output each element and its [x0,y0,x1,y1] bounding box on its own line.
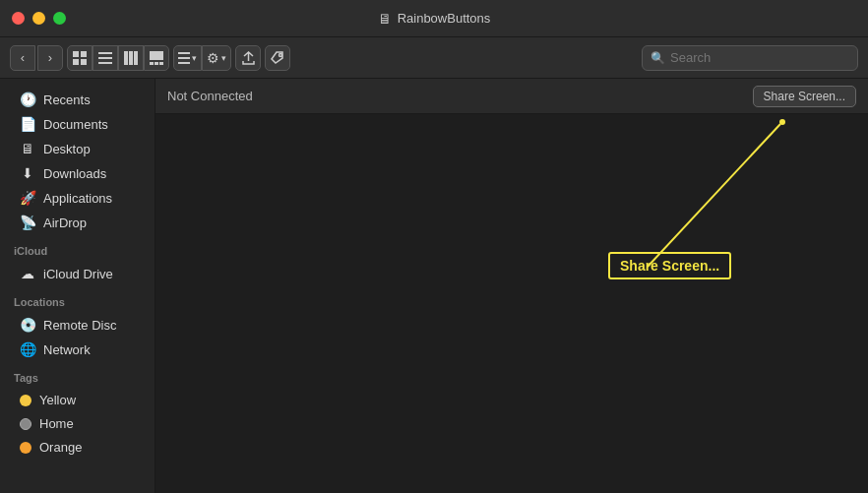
sidebar-item-recents[interactable]: 🕐 Recents [6,88,149,111]
tag-yellow-dot [20,395,31,406]
annotation-overlay [155,114,868,493]
svg-line-18 [648,124,780,267]
locations-section-label: Locations [0,286,155,312]
traffic-lights [12,12,66,25]
content-area: Not Connected Share Screen... Share Scre… [155,79,868,493]
svg-rect-4 [98,52,112,54]
sidebar-item-network[interactable]: 🌐 Network [6,338,149,361]
titlebar: 🖥 RainbowButtons [0,0,868,37]
sidebar-item-icloud-drive[interactable]: ☁ iCloud Drive [6,262,149,285]
content-empty-area: Share Screen... [155,114,868,493]
applications-icon: 🚀 [20,190,35,206]
sidebar: 🕐 Recents 📄 Documents 🖥 Desktop ⬇ Downlo… [0,79,155,493]
action-button[interactable]: ⚙ ▾ [202,45,231,71]
svg-rect-7 [124,51,128,65]
sidebar-item-tag-yellow[interactable]: Yellow [6,389,149,411]
svg-point-19 [779,119,785,125]
arrange-button[interactable]: ▾ [173,45,202,71]
minimize-button[interactable] [32,12,45,25]
tag-button[interactable] [265,45,290,71]
tag-orange-dot [20,442,31,454]
svg-rect-0 [73,51,79,57]
list-view-button[interactable] [93,45,118,71]
sidebar-item-tag-orange[interactable]: Orange [6,436,149,459]
search-input[interactable] [670,50,849,65]
svg-rect-12 [155,62,158,65]
airdrop-icon: 📡 [20,215,35,230]
annotation-box: Share Screen... [608,252,731,279]
recents-icon: 🕐 [20,92,35,107]
sidebar-item-tag-home[interactable]: Home [6,412,149,435]
svg-rect-2 [73,59,79,65]
svg-rect-15 [178,57,190,59]
network-icon: 🌐 [20,341,35,357]
svg-rect-8 [129,51,133,65]
svg-rect-1 [81,51,87,57]
icon-view-button[interactable] [67,45,93,71]
svg-rect-14 [178,52,190,54]
close-button[interactable] [12,12,25,25]
sidebar-item-documents[interactable]: 📄 Documents [6,112,149,136]
content-topbar: Not Connected Share Screen... [155,79,868,114]
connection-status: Not Connected [167,89,253,103]
desktop-icon: 🖥 [20,141,35,156]
sidebar-item-desktop[interactable]: 🖥 Desktop [6,137,149,160]
svg-rect-10 [150,51,163,60]
svg-rect-9 [134,51,138,65]
window-title-icon: 🖥 [378,11,392,27]
tags-section-label: Tags [0,362,155,388]
back-button[interactable]: ‹ [10,45,35,71]
svg-rect-16 [178,62,190,64]
sidebar-item-airdrop[interactable]: 📡 AirDrop [6,211,149,234]
sidebar-item-applications[interactable]: 🚀 Applications [6,186,149,210]
share-button[interactable] [235,45,261,71]
icloud-drive-icon: ☁ [20,266,35,281]
sidebar-item-downloads[interactable]: ⬇ Downloads [6,161,149,185]
nav-buttons: ‹ › [10,45,63,71]
svg-rect-11 [150,62,154,65]
icloud-section-label: iCloud [0,235,155,261]
remote-disc-icon: 💿 [20,317,35,333]
window-title: 🖥 RainbowButtons [378,11,491,27]
search-icon: 🔍 [651,51,665,65]
view-buttons [67,45,169,71]
tag-home-dot [20,418,31,430]
svg-rect-13 [159,62,163,65]
sidebar-item-remote-disc[interactable]: 💿 Remote Disc [6,313,149,337]
svg-rect-5 [98,57,112,59]
maximize-button[interactable] [53,12,66,25]
svg-point-17 [279,53,282,56]
share-screen-button[interactable]: Share Screen... [753,86,856,107]
svg-rect-3 [81,59,87,65]
downloads-icon: ⬇ [20,165,35,181]
main-area: 🕐 Recents 📄 Documents 🖥 Desktop ⬇ Downlo… [0,79,868,493]
documents-icon: 📄 [20,116,35,132]
gallery-view-button[interactable] [144,45,169,71]
toolbar: ‹ › ▾ ⚙ ▾ 🔍 [0,37,868,79]
arrange-action-buttons: ▾ ⚙ ▾ [173,45,231,71]
forward-button[interactable]: › [37,45,63,71]
search-box[interactable]: 🔍 [642,45,858,71]
column-view-button[interactable] [118,45,144,71]
svg-rect-6 [98,62,112,64]
